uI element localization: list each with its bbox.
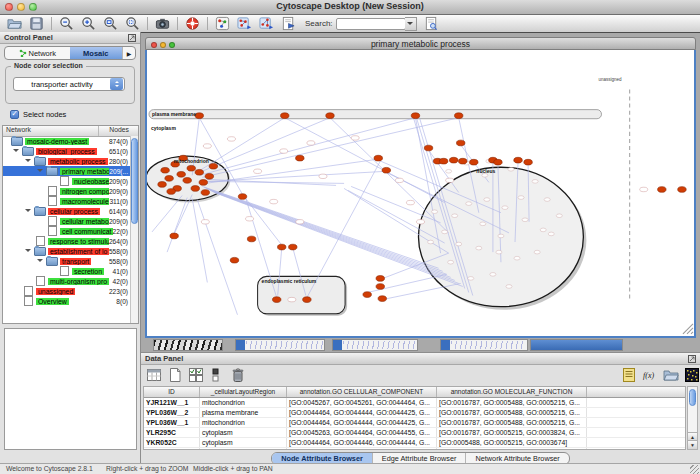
- tree-row[interactable]: cellular metabo209(0): [3, 216, 130, 226]
- table-cell: [GO:0016787, GO:0005488, GO:0005215, G..…: [437, 448, 587, 450]
- annotation-icon[interactable]: [281, 16, 296, 31]
- new-attribute-icon[interactable]: [167, 367, 183, 383]
- tree-row[interactable]: unassigned223(0): [3, 286, 130, 296]
- network-file-icon: [48, 196, 57, 206]
- delete-attribute-trash-icon[interactable]: [230, 367, 246, 383]
- minimized-network-thumbnail[interactable]: [235, 339, 325, 351]
- select-nodes-row: Select nodes: [10, 110, 66, 119]
- tree-scrollbar-thumb[interactable]: [131, 138, 138, 224]
- tab-network-label: Network: [29, 49, 57, 58]
- expand-arrow-icon[interactable]: [37, 259, 43, 265]
- column-header[interactable]: ID: [144, 387, 200, 397]
- table-row[interactable]: YJR121W__1mitochondrion[GO:0045267, GO:0…: [144, 398, 685, 408]
- unselect-attributes-icon[interactable]: [209, 367, 225, 383]
- table-row[interactable]: YPL036W__1mitochondrion[GO:0044464, GO:0…: [144, 418, 685, 428]
- minimized-network-thumbnail[interactable]: [440, 339, 528, 351]
- scroll-down-icon[interactable]: ▼: [688, 440, 697, 449]
- select-nodes-label: Select nodes: [23, 110, 66, 119]
- minimized-network-thumbnail[interactable]: [153, 339, 223, 351]
- tab-network[interactable]: Network: [5, 47, 70, 59]
- expand-arrow-icon[interactable]: [37, 169, 43, 175]
- tree-row[interactable]: primary metabo209(...: [3, 166, 130, 176]
- tree-row[interactable]: cellular process614(0): [3, 206, 130, 216]
- tree-row[interactable]: secretion41(0): [3, 266, 130, 276]
- node-color-dropdown[interactable]: transporter activity: [13, 77, 125, 91]
- tree-row-count: 22(0): [113, 228, 130, 235]
- search-dropdown-arrow[interactable]: [405, 17, 417, 31]
- minimized-network-thumbnail[interactable]: [530, 339, 623, 351]
- tree-row[interactable]: metabolic process280(0): [3, 156, 130, 166]
- attribute-table-header[interactable]: ID_cellularLayoutRegionannotation.GO CEL…: [144, 387, 685, 398]
- tree-row[interactable]: multi-organism pro42(0): [3, 276, 130, 286]
- control-panel-header[interactable]: Control Panel: [0, 32, 140, 44]
- tree-row[interactable]: cell communicat22(0): [3, 226, 130, 236]
- tree-row-label: transport: [60, 258, 91, 265]
- select-attributes-icon[interactable]: [188, 367, 204, 383]
- tree-row[interactable]: nucleobase-209(0): [3, 176, 130, 186]
- float-panel-icon[interactable]: [688, 355, 696, 363]
- import-attributes-folder-icon[interactable]: [663, 367, 679, 383]
- save-session-icon[interactable]: [29, 16, 44, 31]
- open-file-icon[interactable]: [7, 16, 22, 31]
- table-row[interactable]: YPL036W__2plasma membrane[GO:0044464, GO…: [144, 408, 685, 418]
- attribute-table-icon[interactable]: [146, 367, 162, 383]
- expand-arrow-icon[interactable]: [25, 209, 31, 215]
- tree-column-nodes[interactable]: Nodes: [99, 126, 138, 136]
- tree-row[interactable]: establishment of lo558(0): [3, 246, 130, 256]
- lifering-icon[interactable]: [185, 16, 200, 31]
- tree-row-count: 874(0): [109, 138, 130, 145]
- attribute-notes-icon[interactable]: [621, 367, 637, 383]
- select-nodes-checkbox[interactable]: [10, 110, 19, 119]
- column-header[interactable]: annotation.GO CELLULAR_COMPONENT: [287, 387, 437, 397]
- table-scrollbar[interactable]: ▲ ▼: [687, 386, 698, 450]
- attribute-matrix-icon[interactable]: [684, 367, 700, 383]
- table-cell: YLR295C: [144, 428, 200, 437]
- network-canvas[interactable]: plasma membranecytoplasmmitochondrionnuc…: [145, 50, 696, 338]
- zoom-out-icon[interactable]: [59, 16, 74, 31]
- float-panel-icon[interactable]: [128, 34, 136, 42]
- zoom-selected-icon[interactable]: [103, 16, 118, 31]
- network-folder-icon: [34, 247, 46, 256]
- network-folder-icon: [11, 137, 23, 146]
- formula-fx-icon[interactable]: f(x): [642, 367, 658, 383]
- data-panel-header[interactable]: Data Panel: [141, 353, 700, 365]
- tree-row[interactable]: macromolecule311(0): [3, 196, 130, 206]
- network-window-titlebar[interactable]: primary metabolic process: [145, 37, 696, 50]
- snapshot-camera-icon[interactable]: [155, 16, 170, 31]
- table-row[interactable]: YKR052Ccytoplasm[GO:0044464, GO:0044446,…: [144, 438, 685, 448]
- expand-arrow-icon[interactable]: [25, 159, 31, 165]
- birdseye-view-panel[interactable]: [4, 328, 137, 450]
- network-file-icon: [24, 286, 33, 296]
- column-header[interactable]: annotation.GO MOLECULAR_FUNCTION: [437, 387, 587, 397]
- tree-column-network[interactable]: Network: [3, 126, 99, 136]
- table-row[interactable]: YLR295Ccytoplasm[GO:0045263, GO:0044464,…: [144, 428, 685, 438]
- vizmapper-icon[interactable]: [215, 16, 230, 31]
- tree-row-label: macromolecule: [60, 198, 109, 205]
- table-scrollbar-thumb[interactable]: [689, 389, 696, 406]
- network-graph[interactable]: plasma membranecytoplasmmitochondrionnuc…: [147, 50, 694, 336]
- tree-scrollbar[interactable]: [130, 136, 138, 323]
- table-cell: YDR039C__1: [144, 448, 200, 450]
- tree-row[interactable]: nitrogen compo209(0): [3, 186, 130, 196]
- expand-arrow-icon[interactable]: [13, 149, 19, 155]
- tab-mosaic[interactable]: Mosaic: [70, 47, 122, 59]
- table-row[interactable]: YDR039C__1mitochondrion[GO:0044464, GO:0…: [144, 448, 685, 450]
- column-header[interactable]: _cellularLayoutRegion: [200, 387, 287, 397]
- window-titlebar[interactable]: Cytoscape Desktop (New Session): [0, 0, 700, 15]
- tree-row[interactable]: transport558(0): [3, 256, 130, 266]
- tree-row[interactable]: mosaic-demo-yeast874(0): [3, 136, 130, 146]
- resize-grip-icon[interactable]: [690, 465, 699, 474]
- tree-row[interactable]: biological_process651(0): [3, 146, 130, 156]
- expand-arrow-icon[interactable]: [25, 249, 31, 255]
- layout-icon-b[interactable]: [259, 16, 274, 31]
- search-index-icon[interactable]: [424, 16, 439, 31]
- layout-icon-a[interactable]: [237, 16, 252, 31]
- tree-row[interactable]: response to stimulu264(0): [3, 236, 130, 246]
- network-view-window: primary metabolic process plasma membran…: [145, 37, 696, 338]
- zoom-in-icon[interactable]: [81, 16, 96, 31]
- search-input[interactable]: [336, 18, 406, 30]
- minimized-network-thumbnail[interactable]: [332, 339, 418, 351]
- tree-row[interactable]: Overview8(0): [3, 296, 130, 306]
- tab-overflow-button[interactable]: ▶: [122, 47, 135, 59]
- zoom-fit-icon[interactable]: [125, 16, 140, 31]
